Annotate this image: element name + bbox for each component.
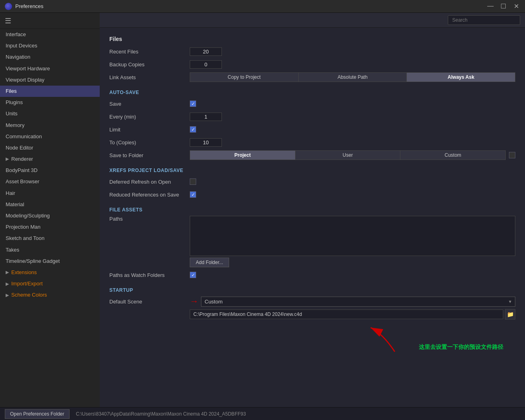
arrow-icon: ▶ [6, 156, 9, 162]
link-assets-copy-to-project[interactable]: Copy to Project [190, 72, 298, 82]
annotation-arrow-svg [363, 324, 411, 356]
limit-control [190, 126, 515, 133]
sidebar-item-label: Hair [6, 190, 15, 197]
default-scene-dropdown-wrapper: Default Custom Last Used [201, 297, 515, 307]
reduced-refs-checkbox[interactable] [190, 191, 196, 198]
paths-label: Paths [109, 216, 190, 222]
save-to-folder-project[interactable]: Project [190, 150, 295, 160]
paths-control: Add Folder... [190, 216, 515, 267]
annotation-text: 这里去设置一下你的预设文件路径 [419, 344, 503, 351]
sidebar-item-projection-man[interactable]: Projection Man [0, 221, 100, 233]
save-to-folder-custom[interactable]: Custom [400, 150, 506, 160]
sidebar-item-label: Modeling/Sculpting [6, 212, 50, 219]
reduced-refs-control [190, 191, 515, 198]
sidebar-item-input-devices[interactable]: Input Devices [0, 40, 100, 51]
link-assets-always-ask[interactable]: Always Ask [406, 72, 515, 82]
scene-path-input[interactable] [190, 309, 503, 319]
close-button[interactable]: ✕ [512, 2, 520, 10]
sidebar-item-label: Viewport Display [6, 76, 45, 84]
sidebar-item-memory[interactable]: Memory [0, 120, 100, 131]
sidebar-item-label: Scheme Colors [11, 291, 47, 299]
sidebar-item-label: Plugins [6, 99, 23, 106]
sidebar-item-extensions[interactable]: ▶ Extensions [0, 267, 100, 278]
sidebar-item-node-editor[interactable]: Node Editor [0, 142, 100, 154]
annotation-container: 这里去设置一下你的预设文件路径 [109, 344, 515, 351]
open-prefs-folder-button[interactable]: Open Preferences Folder [5, 409, 70, 419]
recent-files-row: Recent Files [109, 46, 515, 57]
sidebar-item-modeling-sculpting[interactable]: Modeling/Sculpting [0, 210, 100, 221]
search-input[interactable] [448, 15, 520, 25]
sidebar-item-scheme-colors[interactable]: ▶ Scheme Colors [0, 289, 100, 301]
save-checkbox[interactable] [190, 100, 196, 107]
sidebar-item-material[interactable]: Material [0, 199, 100, 210]
paths-row: Paths Add Folder... [109, 216, 515, 267]
sidebar-item-renderer[interactable]: ▶ Renderer [0, 154, 100, 165]
save-to-folder-extra-checkbox[interactable] [509, 152, 515, 158]
save-to-folder-label: Save to Folder [109, 152, 190, 158]
sidebar-item-label: Timeline/Spline Gadget [6, 258, 60, 265]
sidebar-item-label: Asset Browser [6, 178, 39, 185]
to-copies-input[interactable] [190, 138, 222, 147]
minimize-button[interactable]: — [486, 2, 494, 10]
paths-as-watch-checkbox[interactable] [190, 272, 196, 278]
deferred-refresh-label: Deferred Refresh on Open [109, 179, 190, 185]
limit-label: Limit [109, 127, 190, 133]
scene-path-row: 📁 [109, 309, 515, 320]
save-to-folder-user[interactable]: User [295, 150, 400, 160]
every-min-input[interactable] [190, 113, 222, 121]
title-bar: Preferences — ☐ ✕ [0, 0, 525, 13]
recent-files-control [190, 47, 515, 56]
link-assets-absolute-path[interactable]: Absolute Path [298, 72, 407, 82]
backup-copies-input[interactable] [190, 60, 222, 69]
sidebar-item-units[interactable]: Units [0, 108, 100, 119]
default-scene-dropdown[interactable]: Default Custom Last Used [201, 297, 515, 307]
sidebar-item-interface[interactable]: Interface [0, 29, 100, 40]
backup-copies-row: Backup Copies [109, 59, 515, 70]
save-to-folder-btn-group: Project User Custom [190, 150, 506, 160]
sidebar-item-plugins[interactable]: Plugins [0, 97, 100, 108]
xrefs-title: XREFS PROJECT LOAD/SAVE [109, 168, 515, 173]
content-scroll: Files Recent Files Backup Copies Link As… [100, 28, 525, 407]
every-min-row: Every (min) [109, 111, 515, 122]
sidebar-item-label: Units [6, 110, 18, 117]
to-copies-control [190, 138, 515, 147]
sidebar-item-label: Files [6, 88, 16, 95]
sidebar-item-label: Interface [6, 31, 26, 38]
sidebar-item-navigation[interactable]: Navigation [0, 51, 100, 63]
startup-title: STARTUP [109, 287, 515, 293]
sidebar-item-bodypaint[interactable]: BodyPaint 3D [0, 165, 100, 176]
sidebar-item-asset-browser[interactable]: Asset Browser [0, 176, 100, 187]
sidebar-item-files[interactable]: Files [0, 86, 100, 97]
sidebar-item-label: Navigation [6, 53, 30, 61]
limit-checkbox[interactable] [190, 126, 196, 133]
recent-files-input[interactable] [190, 47, 222, 56]
sidebar-item-label: Communication [6, 133, 42, 140]
sidebar-item-label: Material [6, 201, 24, 208]
sidebar-item-viewport-hardware[interactable]: Viewport Hardware [0, 63, 100, 74]
hamburger-icon[interactable]: ☰ [5, 16, 11, 25]
recent-files-label: Recent Files [109, 49, 190, 55]
sidebar-item-communication[interactable]: Communication [0, 131, 100, 142]
deferred-refresh-checkbox[interactable] [190, 178, 196, 185]
autosave-title: AUTO-SAVE [109, 90, 515, 95]
link-assets-row: Link Assets Copy to Project Absolute Pat… [109, 72, 515, 82]
sidebar-item-label: Takes [6, 246, 19, 254]
paths-textarea[interactable] [190, 216, 515, 256]
maximize-button[interactable]: ☐ [499, 2, 507, 10]
add-folder-button[interactable]: Add Folder... [190, 258, 229, 267]
deferred-refresh-row: Deferred Refresh on Open [109, 176, 515, 187]
sidebar-item-takes[interactable]: Takes [0, 244, 100, 256]
sidebar-item-import-export[interactable]: ▶ Import/Export [0, 278, 100, 289]
sidebar-item-label: Input Devices [6, 42, 37, 49]
sidebar-item-viewport-display[interactable]: Viewport Display [0, 74, 100, 86]
scene-path-folder-button[interactable]: 📁 [505, 309, 515, 320]
sidebar-item-label: Memory [6, 122, 25, 129]
sidebar-item-timeline-spline[interactable]: Timeline/Spline Gadget [0, 256, 100, 267]
sidebar-item-label: Viewport Hardware [6, 65, 50, 72]
content-header [100, 13, 525, 28]
arrow-icon: ▶ [6, 269, 9, 275]
sidebar-item-sketch-and-toon[interactable]: Sketch and Toon [0, 233, 100, 244]
save-control [190, 100, 515, 107]
sidebar-item-hair[interactable]: Hair [0, 188, 100, 199]
window-controls: — ☐ ✕ [486, 2, 520, 10]
